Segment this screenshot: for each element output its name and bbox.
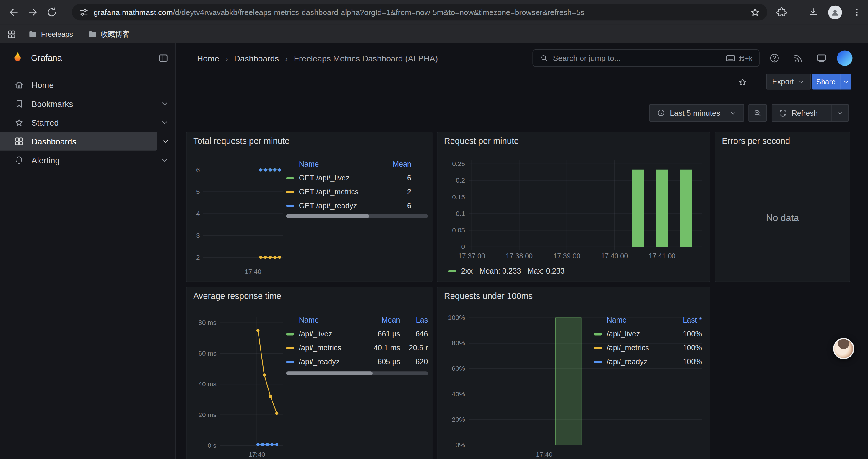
panel-requests-under-100ms: Requests under 100ms 100%80%60%40%20%0%1… bbox=[437, 287, 710, 459]
back-button[interactable] bbox=[4, 3, 23, 22]
series-max: Max: 0.233 bbox=[528, 267, 565, 275]
series-name[interactable]: /api/_metrics bbox=[607, 344, 668, 352]
refresh-interval-button[interactable] bbox=[831, 104, 848, 121]
legend-row[interactable]: /api/_readyz 605 µs 620 bbox=[286, 355, 428, 369]
legend-scrollbar[interactable] bbox=[286, 371, 428, 375]
svg-text:17:39:00: 17:39:00 bbox=[553, 252, 580, 260]
bookmark-freeleaps[interactable]: Freeleaps bbox=[28, 29, 73, 39]
sidebar-item-alerting[interactable]: Alerting bbox=[0, 151, 176, 169]
series-mean: 2 bbox=[379, 188, 428, 196]
series-last: 646 bbox=[400, 330, 428, 338]
series-name[interactable]: /api/_livez bbox=[607, 330, 668, 338]
svg-text:17:41:00: 17:41:00 bbox=[649, 252, 675, 260]
sidebar-item-starred[interactable]: Starred bbox=[0, 113, 176, 132]
site-controls-icon[interactable] bbox=[79, 7, 89, 18]
no-data-message: No data bbox=[715, 213, 850, 224]
sidebar-item-home[interactable]: Home bbox=[0, 75, 176, 94]
series-name[interactable]: GET /api/_livez bbox=[299, 174, 379, 182]
dashboard-canvas: Last 5 minutes Refresh Total requests pe… bbox=[176, 90, 868, 459]
home-icon bbox=[14, 79, 25, 90]
scrollbar-thumb[interactable] bbox=[286, 371, 373, 375]
legend-row[interactable]: /api/_livez 661 µs 646 bbox=[286, 327, 428, 341]
search-placeholder: Search or jump to... bbox=[553, 54, 722, 63]
news-button[interactable] bbox=[788, 43, 807, 73]
bookmark-label: Freeleaps bbox=[41, 30, 73, 38]
panel-title[interactable]: Errors per second bbox=[722, 136, 790, 146]
series-name[interactable]: GET /api/_readyz bbox=[299, 201, 379, 210]
zoom-out-icon bbox=[753, 108, 762, 118]
series-name[interactable]: GET /api/_metrics bbox=[299, 188, 379, 196]
reload-icon bbox=[46, 6, 57, 18]
legend-header-last[interactable]: Las bbox=[400, 316, 428, 324]
side-panel-button[interactable] bbox=[3, 26, 20, 42]
legend-row[interactable]: /api/_readyz 100% bbox=[594, 355, 702, 369]
legend-header-mean[interactable]: Mean bbox=[365, 316, 400, 324]
legend-row[interactable]: GET /api/_livez 6 bbox=[286, 171, 428, 185]
browser-toolbar: grafana.mathmast.com/d/deytv4rwavabkb/fr… bbox=[0, 0, 868, 24]
sidebar-item-bookmarks[interactable]: Bookmarks bbox=[0, 94, 176, 113]
legend-scrollbar[interactable] bbox=[286, 214, 428, 218]
user-avatar-button[interactable] bbox=[835, 43, 854, 73]
chevron-down-icon[interactable] bbox=[160, 156, 169, 164]
legend-row[interactable]: /api/_livez 100% bbox=[594, 327, 702, 341]
legend-row[interactable]: /api/_metrics 100% bbox=[594, 341, 702, 355]
caret-down-icon bbox=[836, 109, 843, 117]
floating-assistant-avatar[interactable] bbox=[833, 338, 854, 359]
breadcrumb-dashboards[interactable]: Dashboards bbox=[234, 54, 279, 63]
series-name[interactable]: /api/_metrics bbox=[299, 344, 365, 352]
request-per-minute-chart[interactable]: 00.050.10.150.20.2517:37:0017:38:0017:39… bbox=[437, 132, 710, 282]
scrollbar-thumb[interactable] bbox=[286, 214, 369, 218]
panel-errors-per-second: Errors per second No data bbox=[715, 132, 850, 282]
profile-button[interactable] bbox=[826, 3, 844, 22]
favorite-dashboard-button[interactable] bbox=[735, 74, 750, 90]
zoom-out-button[interactable] bbox=[748, 104, 767, 122]
series-last: 20.5 r bbox=[400, 344, 428, 352]
time-range-picker[interactable]: Last 5 minutes bbox=[649, 104, 744, 122]
extensions-icon bbox=[776, 6, 787, 18]
share-menu-button[interactable] bbox=[840, 73, 851, 90]
browser-menu-button[interactable] bbox=[848, 3, 867, 22]
search-input[interactable]: Search or jump to... ⌘+k bbox=[533, 49, 760, 67]
sidebar-item-dashboards[interactable]: Dashboards bbox=[0, 132, 157, 151]
series-color-dash bbox=[286, 347, 294, 349]
legend-header-last[interactable]: Last * bbox=[668, 316, 702, 324]
forward-button[interactable] bbox=[23, 3, 42, 22]
reload-button[interactable] bbox=[42, 3, 61, 22]
legend-row[interactable]: GET /api/_readyz 6 bbox=[286, 199, 428, 213]
bookmark-blog[interactable]: 收藏博客 bbox=[88, 29, 129, 39]
grafana-header: Home › Dashboards › Freeleaps Metrics Da… bbox=[176, 43, 868, 73]
svg-text:20%: 20% bbox=[452, 416, 465, 423]
help-icon bbox=[769, 53, 780, 64]
series-name[interactable]: /api/_readyz bbox=[299, 357, 365, 366]
chevron-down-icon[interactable] bbox=[160, 99, 169, 107]
chevron-down-icon[interactable] bbox=[161, 137, 169, 145]
legend-header-mean[interactable]: Mean bbox=[379, 160, 428, 168]
address-bar[interactable]: grafana.mathmast.com/d/deytv4rwavabkb/fr… bbox=[72, 4, 767, 21]
extensions-button[interactable] bbox=[772, 3, 791, 22]
series-last: 100% bbox=[668, 330, 702, 338]
series-name[interactable]: /api/_livez bbox=[299, 330, 365, 338]
series-name[interactable]: 2xx bbox=[461, 267, 473, 275]
breadcrumb-home[interactable]: Home bbox=[197, 54, 219, 63]
bookmark-star-icon[interactable] bbox=[749, 6, 761, 18]
grafana-logo[interactable] bbox=[10, 51, 25, 66]
legend-row[interactable]: GET /api/_metrics 2 bbox=[286, 185, 428, 199]
panel-request-per-minute: Request per minute 00.050.10.150.20.2517… bbox=[437, 132, 710, 282]
caret-down-icon bbox=[798, 78, 805, 85]
series-name[interactable]: /api/_readyz bbox=[607, 357, 668, 366]
legend-row[interactable]: /api/_metrics 40.1 ms 20.5 r bbox=[286, 341, 428, 355]
export-button[interactable]: Export bbox=[766, 73, 811, 90]
legend-item-2xx[interactable]: 2xx bbox=[448, 267, 473, 275]
sidebar-collapse-button[interactable] bbox=[158, 53, 169, 64]
share-button[interactable]: Share bbox=[812, 73, 851, 90]
legend-header-name[interactable]: Name bbox=[299, 316, 365, 324]
legend-header-name[interactable]: Name bbox=[299, 160, 379, 168]
kiosk-mode-button[interactable] bbox=[812, 43, 831, 73]
breadcrumb: Home › Dashboards › Freeleaps Metrics Da… bbox=[197, 43, 438, 73]
help-button[interactable] bbox=[765, 43, 784, 73]
legend-header-name[interactable]: Name bbox=[607, 316, 668, 324]
chevron-down-icon[interactable] bbox=[160, 118, 169, 126]
refresh-button[interactable]: Refresh bbox=[772, 104, 831, 121]
url-text: grafana.mathmast.com/d/deytv4rwavabkb/fr… bbox=[94, 8, 749, 17]
downloads-button[interactable] bbox=[804, 3, 823, 22]
